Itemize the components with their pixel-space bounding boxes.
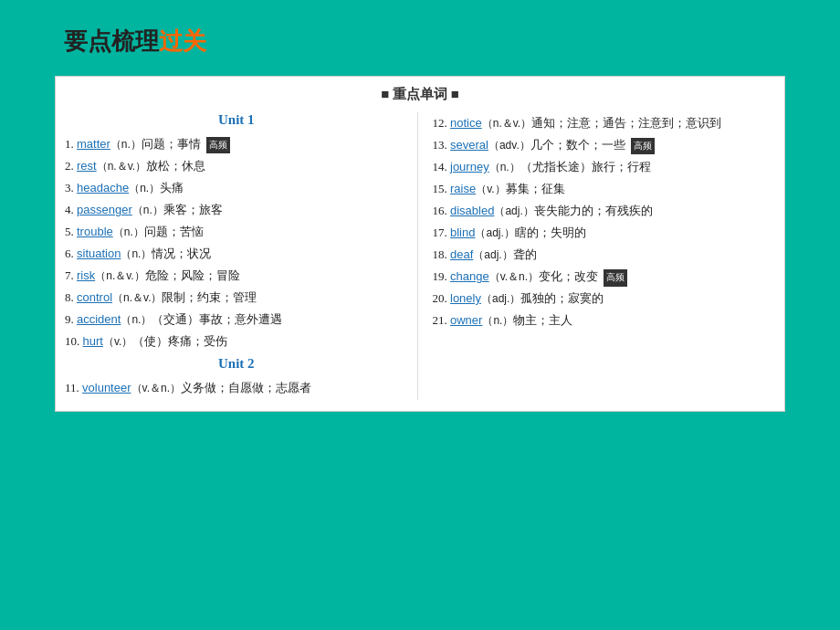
list-item: 12. notice（n.＆v.）通知；注意；通告；注意到；意识到 (433, 112, 776, 134)
list-item: 20. lonely（adj.）孤独的；寂寞的 (433, 288, 776, 310)
list-item: 11. volunteer（v.＆n.）义务做；自愿做；志愿者 (65, 377, 408, 399)
right-column: 12. notice（n.＆v.）通知；注意；通告；注意到；意识到 13. se… (418, 112, 776, 400)
list-item: 4. passenger（n.）乘客；旅客 (65, 199, 408, 221)
list-item: 19. change（v.＆n.）变化；改变 高频 (433, 266, 776, 288)
left-column: Unit 1 1. matter（n.）问题；事情 高频 2. rest（n.＆… (65, 112, 418, 400)
list-item: 16. disabled（adj.）丧失能力的；有残疾的 (433, 200, 776, 222)
list-item: 10. hurt（v.）（使）疼痛；受伤 (65, 331, 408, 352)
list-item: 8. control（n.＆v.）限制；约束；管理 (65, 287, 408, 309)
list-item: 21. owner（n.）物主；主人 (433, 310, 776, 331)
card-header: ■ 重点单词 ■ (56, 86, 784, 103)
list-item: 9. accident（n.）（交通）事故；意外遭遇 (65, 309, 408, 331)
list-item: 5. trouble（n.）问题；苦恼 (65, 221, 408, 243)
content-area: Unit 1 1. matter（n.）问题；事情 高频 2. rest（n.＆… (56, 112, 784, 400)
list-item: 6. situation（n.）情况；状况 (65, 243, 408, 265)
list-item: 15. raise（v.）募集；征集 (433, 178, 776, 200)
title-prefix: 要点梳理 (64, 28, 159, 55)
list-item: 2. rest（n.＆v.）放松；休息 (65, 155, 408, 177)
vocabulary-card: ■ 重点单词 ■ Unit 1 1. matter（n.）问题；事情 高频 2.… (55, 76, 785, 412)
unit2-title: Unit 2 (65, 356, 408, 372)
list-item: 3. headache（n.）头痛 (65, 177, 408, 199)
list-item: 1. matter（n.）问题；事情 高频 (65, 133, 408, 155)
list-item: 14. journey（n.）（尤指长途）旅行；行程 (433, 156, 776, 178)
page-title: 要点梳理过关 (0, 0, 840, 76)
list-item: 13. several（adv.）几个；数个；一些 高频 (433, 134, 776, 156)
unit1-title: Unit 1 (65, 112, 408, 128)
list-item: 7. risk（n.＆v.）危险；风险；冒险 (65, 265, 408, 287)
list-item: 17. blind（adj.）瞎的；失明的 (433, 222, 776, 244)
list-item: 18. deaf（adj.）聋的 (433, 244, 776, 266)
title-highlight: 过关 (159, 28, 206, 55)
